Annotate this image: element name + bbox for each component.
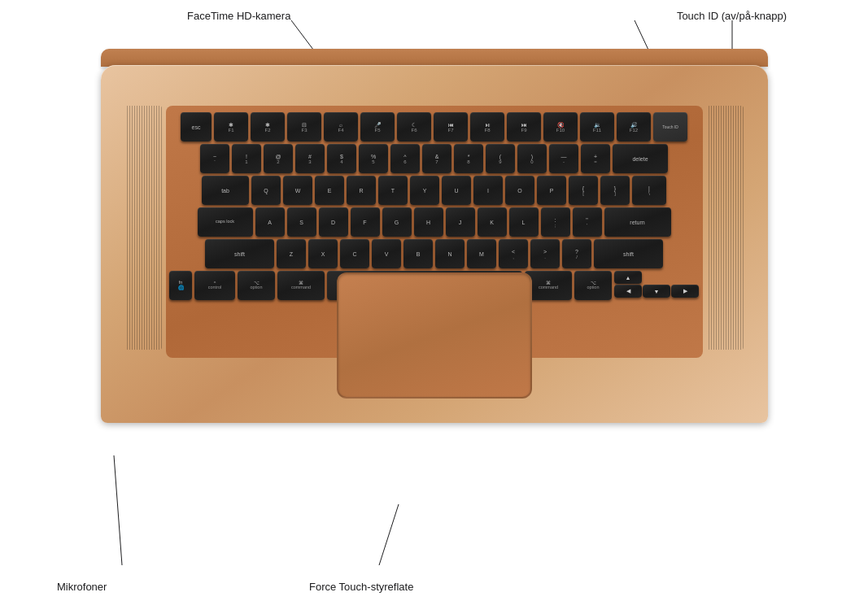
key-y[interactable]: Y (410, 176, 439, 205)
key-shift-right[interactable]: shift (594, 239, 663, 268)
key-k[interactable]: K (478, 207, 507, 237)
key-b[interactable]: B (403, 239, 433, 268)
key-esc[interactable]: esc (181, 112, 212, 142)
key-f6[interactable]: ☾F6 (397, 112, 431, 142)
key-2[interactable]: @2 (264, 144, 293, 173)
key-7[interactable]: &7 (422, 144, 451, 173)
key-minus[interactable]: —- (549, 144, 578, 173)
key-f8[interactable]: ⏯F8 (470, 112, 504, 142)
key-control[interactable]: ^ control (194, 271, 235, 300)
key-m[interactable]: M (467, 239, 496, 268)
key-f4[interactable]: ⌕F4 (324, 112, 358, 142)
key-0[interactable]: )0 (517, 144, 547, 173)
mikrofoner-label: Mikrofoner (57, 581, 107, 593)
key-g[interactable]: G (382, 207, 412, 237)
key-equals[interactable]: += (581, 144, 610, 173)
key-row-zxcv: shift Z X C V B N M <, >. ?/ shift (172, 239, 696, 268)
key-z[interactable]: Z (277, 239, 306, 268)
key-arrow-down[interactable]: ▼ (643, 285, 670, 298)
key-x[interactable]: X (308, 239, 338, 268)
key-command-right[interactable]: ⌘ command (525, 271, 572, 300)
laptop-lid-edge (101, 49, 768, 67)
key-f[interactable]: F (351, 207, 380, 237)
key-tab[interactable]: tab (202, 176, 249, 205)
key-c[interactable]: C (340, 239, 369, 268)
key-bracket-right[interactable]: }] (600, 176, 630, 205)
key-o[interactable]: O (505, 176, 534, 205)
key-backslash[interactable]: |\ (632, 176, 666, 205)
key-h[interactable]: H (414, 207, 443, 237)
key-1[interactable]: !1 (232, 144, 261, 173)
key-bracket-left[interactable]: {[ (569, 176, 598, 205)
key-row-asdf: caps lock A S D F G H J K L :; "' return (172, 207, 696, 237)
key-4[interactable]: $4 (327, 144, 356, 173)
key-f1[interactable]: ✱F1 (214, 112, 248, 142)
key-arrow-left[interactable]: ◀ (614, 285, 642, 298)
key-r[interactable]: R (347, 176, 376, 205)
key-option-left[interactable]: ⌥ option (238, 271, 275, 300)
key-e[interactable]: E (315, 176, 344, 205)
key-f10[interactable]: 🔇F10 (543, 112, 578, 142)
key-f5[interactable]: 🎤F5 (360, 112, 395, 142)
key-p[interactable]: P (537, 176, 566, 205)
key-quote[interactable]: "' (573, 207, 602, 237)
key-shift-left[interactable]: shift (205, 239, 274, 268)
laptop-body: esc ✱F1 ✱F2 ⊟F3 ⌕F4 🎤F5 ☾F6 ⏮F7 ⏯F8 ⏭F9 … (101, 65, 768, 423)
key-return[interactable]: return (604, 207, 671, 237)
key-u[interactable]: U (442, 176, 471, 205)
forcetouch-label: Force Touch-styreflate (309, 581, 413, 593)
key-v[interactable]: V (372, 239, 401, 268)
key-t[interactable]: T (378, 176, 408, 205)
key-command-left[interactable]: ⌘ command (277, 271, 325, 300)
key-comma[interactable]: <, (499, 239, 528, 268)
key-f2[interactable]: ✱F2 (251, 112, 285, 142)
key-arrow-up[interactable]: ▲ (614, 271, 642, 284)
key-row-qwerty: tab Q W E R T Y U I O P {[ }] |\ (172, 176, 696, 205)
speaker-left (125, 106, 162, 350)
key-tilde[interactable]: ~` (200, 144, 229, 173)
key-period[interactable]: >. (530, 239, 560, 268)
key-arrow-right[interactable]: ▶ (671, 285, 699, 298)
key-w[interactable]: W (283, 176, 312, 205)
key-semicolon[interactable]: :; (541, 207, 570, 237)
key-f3[interactable]: ⊟F3 (287, 112, 321, 142)
key-n[interactable]: N (435, 239, 465, 268)
speaker-right (707, 106, 744, 350)
key-f7[interactable]: ⏮F7 (434, 112, 468, 142)
key-s[interactable]: S (287, 207, 316, 237)
key-slash[interactable]: ?/ (562, 239, 591, 268)
key-9[interactable]: (9 (486, 144, 515, 173)
key-j[interactable]: J (446, 207, 475, 237)
macbook-illustration: esc ✱F1 ✱F2 ⊟F3 ⌕F4 🎤F5 ☾F6 ⏮F7 ⏯F8 ⏭F9 … (101, 49, 768, 520)
facetime-label: FaceTime HD-kamera (187, 10, 290, 22)
key-q[interactable]: Q (251, 176, 281, 205)
touchid-label: Touch ID (av/på-knapp) (677, 10, 787, 22)
key-capslock[interactable]: caps lock (198, 207, 253, 237)
key-l[interactable]: L (509, 207, 539, 237)
key-8[interactable]: *8 (454, 144, 483, 173)
key-row-numbers: ~` !1 @2 #3 $4 %5 ^6 &7 *8 (9 )0 —- += d… (172, 144, 696, 173)
key-5[interactable]: %5 (359, 144, 388, 173)
key-row-fn: esc ✱F1 ✱F2 ⊟F3 ⌕F4 🎤F5 ☾F6 ⏮F7 ⏯F8 ⏭F9 … (172, 112, 696, 142)
key-i[interactable]: I (473, 176, 503, 205)
key-6[interactable]: ^6 (390, 144, 420, 173)
key-fn[interactable]: fn 🌐 (169, 271, 192, 300)
touchpad[interactable] (337, 272, 532, 398)
key-f9[interactable]: ⏭F9 (507, 112, 541, 142)
arrow-key-group: ▲ ◀ ▼ ▶ (614, 271, 699, 300)
key-delete[interactable]: delete (613, 144, 668, 173)
key-touchid[interactable]: Touch ID (653, 112, 687, 142)
key-a[interactable]: A (255, 207, 285, 237)
key-option-right[interactable]: ⌥ option (574, 271, 612, 300)
key-d[interactable]: D (319, 207, 348, 237)
key-3[interactable]: #3 (295, 144, 325, 173)
key-f12[interactable]: 🔊F12 (617, 112, 651, 142)
key-f11[interactable]: 🔉F11 (580, 112, 614, 142)
